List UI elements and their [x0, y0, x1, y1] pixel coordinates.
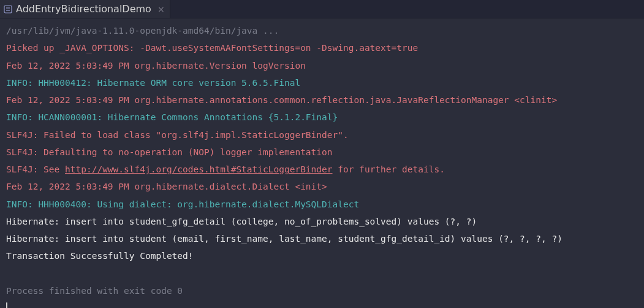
console-output[interactable]: /usr/lib/jvm/java-1.11.0-openjdk-amd64/b…: [0, 18, 644, 308]
close-icon[interactable]: ×: [157, 5, 165, 13]
run-config-icon: [4, 5, 12, 13]
slf4j-link[interactable]: http://www.slf4j.org/codes.html#StaticLo…: [65, 164, 333, 174]
console-line: SLF4J: Defaulting to no-operation (NOP) …: [6, 144, 638, 161]
console-line: INFO: HHH000412: Hibernate ORM core vers…: [6, 74, 638, 91]
caret: [6, 302, 7, 308]
console-line: SLF4J: Failed to load class "org.slf4j.i…: [6, 126, 638, 144]
console-caret-line: [6, 299, 638, 308]
console-line: INFO: HCANN000001: Hibernate Commons Ann…: [6, 109, 638, 126]
console-line: Feb 12, 2022 5:03:49 PM org.hibernate.di…: [6, 178, 638, 195]
tab-bar: AddEntryBidirectionalDemo ×: [0, 0, 644, 18]
console-line: Picked up _JAVA_OPTIONS: -Dawt.useSystem…: [6, 39, 638, 56]
console-line: Transaction Successfully Completed!: [6, 247, 638, 264]
console-line: Feb 12, 2022 5:03:49 PM org.hibernate.an…: [6, 91, 638, 109]
tab-run-config[interactable]: AddEntryBidirectionalDemo ×: [0, 0, 170, 18]
svg-rect-0: [4, 6, 12, 13]
console-line: SLF4J: See http://www.slf4j.org/codes.ht…: [6, 161, 638, 178]
console-line: [6, 265, 638, 282]
console-line: Hibernate: insert into student_gfg_detai…: [6, 213, 638, 230]
console-line: Process finished with exit code 0: [6, 282, 638, 299]
console-line: INFO: HHH000400: Using dialect: org.hibe…: [6, 196, 638, 213]
tab-title: AddEntryBidirectionalDemo: [16, 3, 151, 15]
console-line: Feb 12, 2022 5:03:49 PM org.hibernate.Ve…: [6, 57, 638, 74]
console-line: Hibernate: insert into student (email, f…: [6, 230, 638, 247]
console-line: /usr/lib/jvm/java-1.11.0-openjdk-amd64/b…: [6, 22, 638, 39]
